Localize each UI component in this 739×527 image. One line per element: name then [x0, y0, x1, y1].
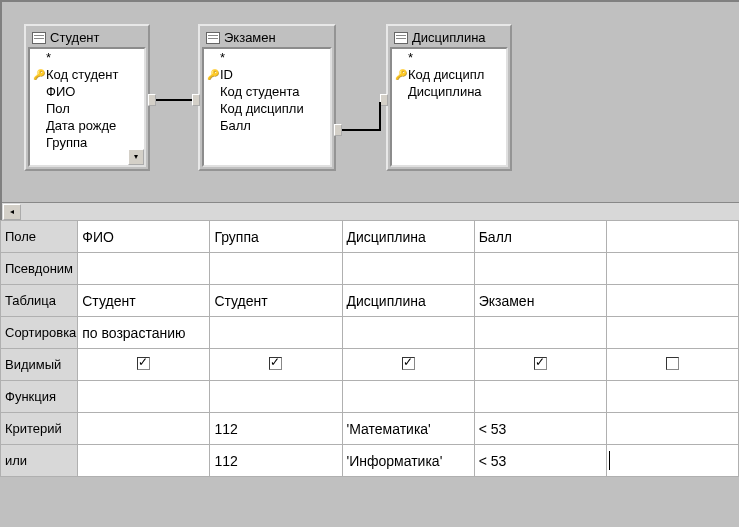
grid-cell[interactable]: Студент	[78, 285, 210, 317]
grid-row-table: Таблица Студент Студент Дисциплина Экзам…	[1, 285, 739, 317]
grid-cell[interactable]: Группа	[210, 221, 342, 253]
grid-cell-visible[interactable]	[474, 349, 606, 381]
field-row[interactable]: Пол	[30, 100, 144, 117]
grid-cell-visible[interactable]	[342, 349, 474, 381]
grid-row-or: или 112 'Информатика' < 53	[1, 445, 739, 477]
field-list[interactable]: * 🔑Код студент ФИО Пол Дата рожде Группа…	[28, 47, 146, 167]
grid-cell[interactable]: по возрастанию	[78, 317, 210, 349]
table-title-label: Студент	[50, 30, 100, 45]
grid-cell[interactable]: Балл	[474, 221, 606, 253]
grid-cell[interactable]: 'Математика'	[342, 413, 474, 445]
grid-cell[interactable]	[210, 381, 342, 413]
field-row[interactable]: Дата рожде	[30, 117, 144, 134]
checkbox-icon[interactable]	[137, 357, 150, 370]
grid-cell[interactable]: < 53	[474, 445, 606, 477]
grid-cell[interactable]: Студент	[210, 285, 342, 317]
table-icon	[206, 32, 220, 44]
field-list[interactable]: * 🔑ID Код студента Код дисципли Балл	[202, 47, 332, 167]
key-icon: 🔑	[207, 69, 217, 80]
grid-cell[interactable]	[474, 317, 606, 349]
grid-row-field: Поле ФИО Группа Дисциплина Балл	[1, 221, 739, 253]
grid-cell[interactable]	[474, 381, 606, 413]
grid-cell[interactable]	[606, 253, 738, 285]
grid-cell[interactable]	[606, 317, 738, 349]
table-title: Дисциплина	[390, 28, 508, 47]
table-box-discipline[interactable]: Дисциплина * 🔑Код дисципл Дисциплина	[386, 24, 512, 171]
grid-cell[interactable]	[78, 413, 210, 445]
key-icon: 🔑	[33, 69, 43, 80]
field-row[interactable]: *	[30, 49, 144, 66]
grid-row-visible: Видимый	[1, 349, 739, 381]
grid-cell[interactable]: 'Информатика'	[342, 445, 474, 477]
grid-cell-active[interactable]	[606, 445, 738, 477]
relationship-line[interactable]	[334, 122, 388, 138]
table-icon	[32, 32, 46, 44]
field-row[interactable]: 🔑Код дисципл	[392, 66, 506, 83]
field-row[interactable]: Код студента	[204, 83, 330, 100]
field-row[interactable]: *	[392, 49, 506, 66]
grid-cell-visible[interactable]	[606, 349, 738, 381]
grid-cell[interactable]: 112	[210, 445, 342, 477]
field-row[interactable]: Группа	[30, 134, 144, 151]
table-title-label: Экзамен	[224, 30, 276, 45]
row-header: Сортировка	[1, 317, 78, 349]
grid-row-criteria: Критерий 112 'Математика' < 53	[1, 413, 739, 445]
scroll-left-button[interactable]: ◂	[3, 204, 21, 220]
field-row[interactable]: ФИО	[30, 83, 144, 100]
table-box-student[interactable]: Студент * 🔑Код студент ФИО Пол Дата рожд…	[24, 24, 150, 171]
grid-cell[interactable]	[606, 381, 738, 413]
field-row[interactable]: *	[204, 49, 330, 66]
grid-cell[interactable]	[210, 253, 342, 285]
field-row[interactable]: Балл	[204, 117, 330, 134]
table-icon	[394, 32, 408, 44]
table-title: Студент	[28, 28, 146, 47]
grid-cell[interactable]	[474, 253, 606, 285]
grid-cell[interactable]: 112	[210, 413, 342, 445]
grid-cell[interactable]	[342, 381, 474, 413]
grid-cell[interactable]	[210, 317, 342, 349]
grid-row-sort: Сортировка по возрастанию	[1, 317, 739, 349]
checkbox-icon[interactable]	[269, 357, 282, 370]
grid-cell[interactable]: Дисциплина	[342, 285, 474, 317]
row-header: Псевдоним	[1, 253, 78, 285]
field-row[interactable]: Код дисципли	[204, 100, 330, 117]
grid-cell-visible[interactable]	[78, 349, 210, 381]
grid-cell[interactable]	[78, 381, 210, 413]
table-box-exam[interactable]: Экзамен * 🔑ID Код студента Код дисципли …	[198, 24, 336, 171]
query-design-grid[interactable]: Поле ФИО Группа Дисциплина Балл Псевдони…	[0, 220, 739, 477]
horizontal-scrollbar[interactable]: ◂	[2, 202, 739, 220]
grid-cell[interactable]: < 53	[474, 413, 606, 445]
grid-cell[interactable]	[606, 413, 738, 445]
grid-cell[interactable]	[342, 253, 474, 285]
row-header: Видимый	[1, 349, 78, 381]
grid-cell[interactable]: Экзамен	[474, 285, 606, 317]
field-row[interactable]: 🔑Код студент	[30, 66, 144, 83]
grid-cell[interactable]	[606, 285, 738, 317]
grid-row-alias: Псевдоним	[1, 253, 739, 285]
table-title-label: Дисциплина	[412, 30, 486, 45]
field-row[interactable]: 🔑ID	[204, 66, 330, 83]
checkbox-icon[interactable]	[534, 357, 547, 370]
scroll-down-button[interactable]: ▾	[128, 149, 144, 165]
grid-cell[interactable]	[606, 221, 738, 253]
checkbox-icon[interactable]	[666, 357, 679, 370]
row-header: Критерий	[1, 413, 78, 445]
grid-cell[interactable]	[78, 253, 210, 285]
checkbox-icon[interactable]	[402, 357, 415, 370]
field-list[interactable]: * 🔑Код дисципл Дисциплина	[390, 47, 508, 167]
grid-cell[interactable]	[78, 445, 210, 477]
row-header: Функция	[1, 381, 78, 413]
grid-cell[interactable]	[342, 317, 474, 349]
field-row[interactable]: Дисциплина	[392, 83, 506, 100]
row-header: Поле	[1, 221, 78, 253]
grid-row-function: Функция	[1, 381, 739, 413]
grid-cell-visible[interactable]	[210, 349, 342, 381]
grid-cell[interactable]: Дисциплина	[342, 221, 474, 253]
row-header: Таблица	[1, 285, 78, 317]
relationship-line[interactable]	[148, 92, 200, 108]
key-icon: 🔑	[395, 69, 405, 80]
relationship-diagram-pane[interactable]: Студент * 🔑Код студент ФИО Пол Дата рожд…	[0, 0, 739, 220]
table-title: Экзамен	[202, 28, 332, 47]
grid-cell[interactable]: ФИО	[78, 221, 210, 253]
row-header: или	[1, 445, 78, 477]
